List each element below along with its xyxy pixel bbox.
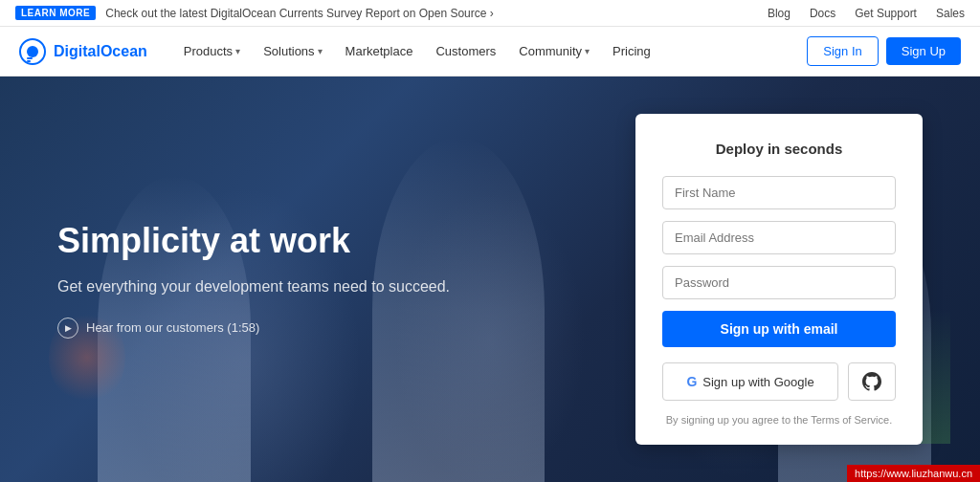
signup-button[interactable]: Sign Up bbox=[886, 37, 961, 65]
google-icon: G bbox=[686, 374, 697, 389]
hero-video-link[interactable]: ▶ Hear from our customers (1:58) bbox=[57, 318, 488, 339]
announcement-text: Check out the latest DigitalOcean Curren… bbox=[105, 7, 494, 20]
svg-point-1 bbox=[27, 46, 38, 57]
announcement-bar: LEARN MORE Check out the latest DigitalO… bbox=[0, 0, 980, 27]
github-icon bbox=[862, 372, 881, 391]
chevron-down-icon: ▾ bbox=[585, 46, 590, 56]
top-link-blog[interactable]: Blog bbox=[768, 7, 791, 20]
hero-content: Simplicity at work Get everything your d… bbox=[0, 77, 980, 482]
github-signup-button[interactable] bbox=[848, 362, 896, 401]
top-links: Blog Docs Get Support Sales bbox=[768, 7, 965, 20]
nav-customers[interactable]: Customers bbox=[426, 38, 505, 64]
google-signup-label: Sign up with Google bbox=[702, 375, 813, 389]
password-input[interactable] bbox=[662, 266, 896, 299]
logo[interactable]: DigitalOcean bbox=[19, 38, 147, 65]
watermark: https://www.liuzhanwu.cn bbox=[847, 465, 980, 482]
hero-text: Simplicity at work Get everything your d… bbox=[57, 220, 488, 338]
top-link-support[interactable]: Get Support bbox=[855, 7, 917, 20]
signup-card: Deploy in seconds Sign up with email G S… bbox=[635, 114, 923, 445]
hero-section: Simplicity at work Get everything your d… bbox=[0, 77, 980, 482]
play-icon: ▶ bbox=[57, 318, 78, 339]
nav-pricing[interactable]: Pricing bbox=[603, 38, 660, 64]
top-link-sales[interactable]: Sales bbox=[936, 7, 965, 20]
logo-text: DigitalOcean bbox=[54, 43, 147, 60]
svg-rect-2 bbox=[27, 57, 33, 59]
top-link-docs[interactable]: Docs bbox=[810, 7, 835, 20]
nav-marketplace[interactable]: Marketplace bbox=[336, 38, 423, 64]
chevron-down-icon: ▾ bbox=[318, 46, 323, 56]
nav-auth: Sign In Sign Up bbox=[807, 36, 961, 66]
card-title: Deploy in seconds bbox=[662, 141, 896, 157]
svg-rect-3 bbox=[27, 60, 31, 62]
hero-title: Simplicity at work bbox=[57, 220, 488, 261]
email-input[interactable] bbox=[662, 221, 896, 254]
google-signup-button[interactable]: G Sign up with Google bbox=[662, 362, 838, 401]
chevron-down-icon: ▾ bbox=[235, 46, 240, 56]
email-signup-button[interactable]: Sign up with email bbox=[662, 311, 896, 347]
nav-products[interactable]: Products ▾ bbox=[174, 38, 250, 64]
signin-button[interactable]: Sign In bbox=[807, 36, 878, 66]
hero-subtitle: Get everything your development teams ne… bbox=[57, 275, 488, 298]
learn-more-badge[interactable]: LEARN MORE bbox=[15, 6, 96, 20]
nav-community[interactable]: Community ▾ bbox=[509, 38, 599, 64]
video-label: Hear from our customers (1:58) bbox=[86, 320, 259, 335]
card-terms: By signing up you agree to the Terms of … bbox=[662, 414, 896, 426]
navbar: DigitalOcean Products ▾ Solutions ▾ Mark… bbox=[0, 27, 980, 77]
nav-solutions[interactable]: Solutions ▾ bbox=[254, 38, 331, 64]
logo-icon bbox=[19, 38, 46, 65]
social-buttons: G Sign up with Google bbox=[662, 362, 896, 401]
nav-links: Products ▾ Solutions ▾ Marketplace Custo… bbox=[174, 38, 807, 64]
first-name-input[interactable] bbox=[662, 176, 896, 209]
